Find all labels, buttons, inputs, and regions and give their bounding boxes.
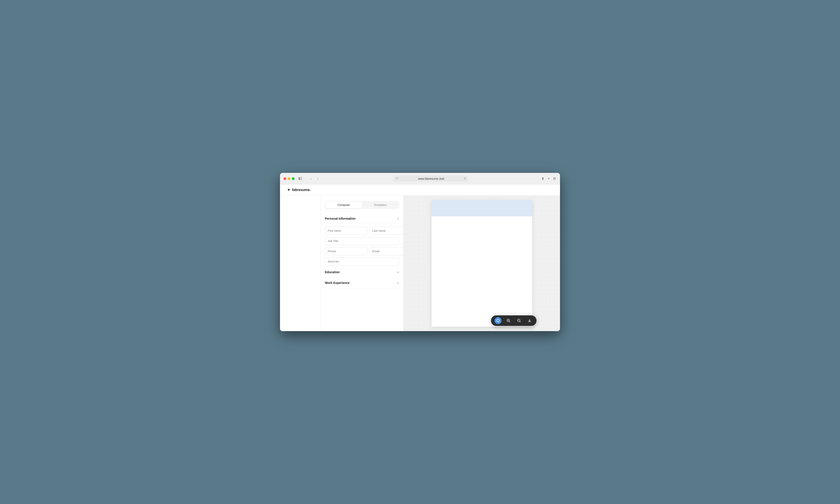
svg-line-12 xyxy=(520,322,520,322)
share-button[interactable]: ⬆ xyxy=(541,176,545,182)
floating-toolbar xyxy=(491,316,536,326)
education-section: Education ∨ xyxy=(325,268,399,277)
logo-icon: ✦ xyxy=(287,187,290,192)
contact-row xyxy=(325,247,399,255)
form-panel: Compose Templates Personal Information ∧ xyxy=(320,196,404,331)
first-name-input[interactable] xyxy=(325,227,367,235)
app-header: ✦ fabresume. xyxy=(280,184,560,196)
forward-button[interactable]: › xyxy=(315,176,321,182)
new-tab-button[interactable]: + xyxy=(547,176,550,181)
svg-rect-3 xyxy=(300,179,302,180)
close-button[interactable] xyxy=(283,177,286,180)
personal-info-title: Personal Information xyxy=(325,217,355,220)
svg-rect-0 xyxy=(299,177,300,180)
zoom-in-button[interactable] xyxy=(505,317,512,324)
traffic-lights xyxy=(283,177,295,180)
short-bio-input[interactable] xyxy=(325,257,399,266)
job-title-input[interactable] xyxy=(325,237,399,245)
svg-point-5 xyxy=(497,320,499,322)
work-experience-title: Work Experience xyxy=(325,281,350,285)
name-row xyxy=(325,227,399,235)
sidebar-toggle-button[interactable] xyxy=(297,176,303,182)
education-section-header[interactable]: Education ∨ xyxy=(325,268,399,276)
work-experience-chevron: ∨ xyxy=(397,281,399,284)
personal-info-chevron: ∧ xyxy=(397,217,399,220)
back-button[interactable]: ‹ xyxy=(308,176,314,182)
address-bar-container: 🛡 ↻ xyxy=(323,176,538,182)
last-name-input[interactable] xyxy=(369,227,404,235)
bio-row xyxy=(325,257,399,266)
svg-rect-1 xyxy=(300,177,302,178)
preview-panel xyxy=(404,196,560,331)
email-input[interactable] xyxy=(369,247,404,255)
address-bar-wrapper: 🛡 ↻ xyxy=(393,176,468,182)
compose-tab[interactable]: Compose xyxy=(326,201,362,208)
address-bar[interactable] xyxy=(393,176,468,182)
logo: ✦ fabresume. xyxy=(287,187,311,192)
resume-header xyxy=(432,200,532,216)
download-button[interactable] xyxy=(526,317,533,324)
resume-preview xyxy=(432,200,532,327)
svg-line-9 xyxy=(509,322,510,322)
nav-controls: ‹ › xyxy=(308,176,321,182)
education-chevron: ∨ xyxy=(397,271,399,274)
browser-actions: ⬆ + ⧉ xyxy=(541,176,557,182)
maximize-button[interactable] xyxy=(292,177,295,180)
logo-text: fabresume. xyxy=(292,188,311,192)
refresh-icon[interactable]: ↻ xyxy=(464,177,466,180)
zoom-out-button[interactable] xyxy=(515,317,522,324)
tab-overview-button[interactable]: ⧉ xyxy=(552,176,557,181)
personal-info-section: Personal Information ∧ xyxy=(325,214,399,266)
shield-icon: 🛡 xyxy=(396,177,398,180)
job-title-row xyxy=(325,237,399,245)
left-panel xyxy=(280,196,320,331)
title-bar: ‹ › 🛡 ↻ ⬆ + ⧉ xyxy=(280,173,560,184)
resume-body xyxy=(432,216,532,326)
phone-input[interactable] xyxy=(325,247,367,255)
color-picker-button[interactable] xyxy=(494,317,501,324)
personal-info-section-header[interactable]: Personal Information ∧ xyxy=(325,214,399,223)
browser-window: ‹ › 🛡 ↻ ⬆ + ⧉ ✦ fabresume. xyxy=(280,173,560,331)
svg-rect-2 xyxy=(300,178,302,179)
work-experience-section: Work Experience ∨ xyxy=(325,278,399,288)
minimize-button[interactable] xyxy=(288,177,291,180)
tab-switcher: Compose Templates xyxy=(325,201,399,209)
work-experience-section-header[interactable]: Work Experience ∨ xyxy=(325,278,399,287)
main-layout: Compose Templates Personal Information ∧ xyxy=(280,196,560,331)
education-title: Education xyxy=(325,270,340,274)
templates-tab[interactable]: Templates xyxy=(362,201,399,208)
